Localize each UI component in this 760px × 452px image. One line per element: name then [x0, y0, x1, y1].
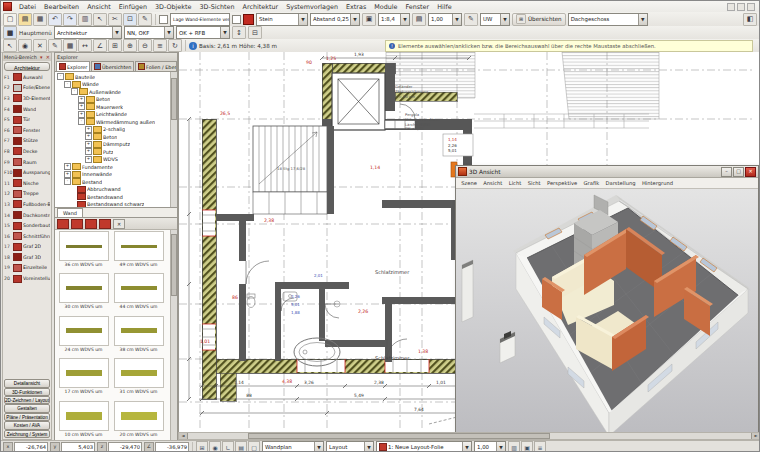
menu-extras[interactable]: Extras	[342, 3, 370, 11]
wall-type-2-icon[interactable]	[71, 219, 83, 229]
open-icon[interactable]: ▤	[18, 13, 32, 26]
palette-item-fenster[interactable]: F6Fenster	[3, 125, 51, 136]
snap-point-icon[interactable]: ◉	[18, 39, 32, 52]
palette-item-wand[interactable]: F4Wand	[3, 104, 51, 115]
bezug-combo[interactable]: OK + RFB▼	[176, 26, 230, 39]
tree-node-mauerwerk[interactable]: +Mauerwerk	[55, 103, 177, 111]
wall-connect-checkbox[interactable]	[159, 15, 168, 24]
palette-button-gestalten[interactable]: Gestalten	[4, 404, 50, 412]
plan-combo[interactable]: Wandplan▼	[262, 441, 324, 452]
palette-item-nische[interactable]: 11Nische	[3, 178, 51, 189]
3d-menu-ansicht[interactable]: Ansicht	[480, 180, 506, 186]
layer-toggle-icon[interactable]: ▤	[235, 441, 247, 452]
grid-icon[interactable]: ⊞	[108, 39, 122, 52]
palette-item-aussparung[interactable]: F10Aussparung	[3, 167, 51, 178]
wall-type-3-icon[interactable]	[85, 219, 97, 229]
palette-item-schnittf-hrung[interactable]: 16Schnittführung	[3, 231, 51, 242]
tree-node-bestandswand[interactable]: Bestandswand	[55, 193, 177, 201]
minimize-icon[interactable]	[727, 3, 735, 11]
menu-module[interactable]: Module	[370, 3, 401, 11]
layer-icon[interactable]: ▣	[362, 13, 376, 26]
chevron-down-icon[interactable]: ▼	[452, 14, 461, 25]
layout-combo[interactable]: Layout▼	[326, 441, 374, 452]
menu-3d-sichten[interactable]: 3D-Sichten	[195, 3, 238, 11]
wall-connect-combo[interactable]: Lage Wand-Elemente verbinden▼	[170, 13, 230, 26]
chevron-down-icon[interactable]: ▼	[112, 27, 121, 38]
architektur-combo[interactable]: Architektur▼	[54, 26, 122, 39]
cut-icon[interactable]: ✂	[108, 13, 122, 26]
3d-menu-perspektive[interactable]: Perspektive	[544, 180, 581, 186]
chevron-down-icon[interactable]: ▼	[164, 27, 173, 38]
folie-combo[interactable]: 1: Neue Layout-Folie▼	[376, 441, 472, 452]
wall-thumb-31-cm-wdvs-um[interactable]: 31 cm WDVS um	[111, 358, 166, 400]
ortho-toggle-icon[interactable]: ∟	[222, 441, 234, 452]
grid-toggle-icon[interactable]: ⊞	[196, 441, 208, 452]
tree-node-bauteile[interactable]: -Bauteile	[55, 73, 177, 81]
palette-item-raum[interactable]: F9Raum	[3, 157, 51, 168]
3d-view-window[interactable]: 3D Ansicht – □ ✕ SzeneAnsichtLichtSichtP…	[455, 165, 759, 435]
chevron-down-icon[interactable]: ▼	[462, 442, 471, 452]
palette-button-kosten-ava[interactable]: Kosten / AVA	[4, 421, 50, 429]
pen-style-icon[interactable]: ✎	[464, 13, 478, 26]
tab-wand[interactable]: Wand	[57, 208, 83, 217]
redo-icon[interactable]: ↷	[63, 13, 77, 26]
menu-datei[interactable]: Datei	[15, 3, 40, 11]
chevron-down-icon[interactable]: ▼	[638, 14, 647, 25]
zoom-out-icon[interactable]: ⊖	[138, 39, 152, 52]
minimize-icon[interactable]: –	[721, 167, 732, 177]
expand-icon[interactable]: +	[78, 96, 85, 103]
chevron-down-icon[interactable]: ▼	[220, 27, 229, 38]
palette-item-graf-3d[interactable]: 18Graf 3D	[3, 252, 51, 263]
palette-item-auswahl[interactable]: F1Auswahl	[3, 72, 51, 83]
print-icon[interactable]: ▥	[508, 441, 520, 452]
chevron-down-icon[interactable]: ▼	[496, 442, 505, 452]
tree-node-bestand[interactable]: -Bestand	[55, 178, 177, 186]
select-arrow-icon[interactable]: ↖	[3, 39, 17, 52]
close-icon[interactable]: ✕	[745, 167, 756, 177]
tree-node-w-rmed-mmung-au-en[interactable]: -Wärmedämmung außen	[55, 118, 177, 126]
chevron-down-icon[interactable]: ▼	[500, 14, 509, 25]
palette-item-3d-elemente[interactable]: F33D-Elemente	[3, 93, 51, 104]
delete-icon[interactable]: ✕	[113, 219, 125, 229]
tree-scrollbar[interactable]	[170, 72, 177, 208]
menu-ansicht[interactable]: Ansicht	[83, 3, 115, 11]
niveau-combo[interactable]: NN, OKF▼	[124, 26, 174, 39]
palette-button-2d-zeichnen-layout[interactable]: 2D-Zeichnen / Layout	[4, 396, 50, 404]
wall-thumb-36-cm-wdvs-um[interactable]: 36 cm WDVS um	[56, 231, 111, 273]
3d-menu-hintergrund[interactable]: Hintergrund	[639, 180, 677, 186]
sheet-icon[interactable]: ▤	[412, 13, 426, 26]
expand-icon[interactable]: +	[78, 103, 85, 110]
wall-thumb-10-cm-wdvs-um[interactable]: 10 cm WDVS um	[56, 401, 111, 443]
palette-item-fu-boden-bel[interactable]: 13Fußboden-Bel.	[3, 199, 51, 210]
tree-node-putz[interactable]: +Putz	[55, 148, 177, 156]
window-layout-icon[interactable]: ◧	[743, 13, 757, 26]
collapse-icon[interactable]: -	[64, 178, 71, 185]
palette-item-folie-ebenen[interactable]: F2Folie/Ebenen	[3, 83, 51, 94]
tree-node-abbruchwand[interactable]: Abbruchwand	[55, 186, 177, 194]
snap-toggle-icon[interactable]: ◉	[209, 441, 221, 452]
wall-thumb-20-cm-wdvs-um[interactable]: 20 cm WDVS um	[111, 401, 166, 443]
tab-uebersichten[interactable]: Übersichten	[91, 61, 134, 71]
abstand-combo[interactable]: Abstand 0,25▼	[310, 13, 360, 26]
scroll-left-icon[interactable]: ◄	[179, 433, 188, 439]
zoom-combo[interactable]: 1,00▼	[474, 441, 506, 452]
angle-icon[interactable]: ∠	[93, 39, 107, 52]
expand-icon[interactable]: +	[85, 141, 92, 148]
expand-icon[interactable]: +	[64, 171, 71, 178]
layers-icon[interactable]: ≡	[153, 39, 167, 52]
tree-node-wdvs[interactable]: +WDVS	[55, 156, 177, 164]
option-checkbox[interactable]	[232, 15, 241, 24]
factor-combo[interactable]: 1,00▼	[428, 13, 462, 26]
collapse-icon[interactable]: -	[78, 118, 85, 125]
pin-icon[interactable]: ▾	[40, 54, 43, 60]
palette-mode-button[interactable]: Architektur	[4, 62, 50, 71]
color-swatch[interactable]	[243, 14, 254, 25]
palette-item-t-r[interactable]: F5Tür	[3, 114, 51, 125]
palette-button-zeichnung-system[interactable]: Zeichnung / System	[4, 430, 50, 438]
measure-icon[interactable]: ↔	[78, 39, 92, 52]
3d-window-titlebar[interactable]: 3D Ansicht – □ ✕	[456, 166, 758, 178]
wall-thumb-38-cm-wdvs-um[interactable]: 38 cm WDVS um	[111, 316, 166, 358]
palette-item-treppe[interactable]: 12Treppe	[3, 189, 51, 200]
save-icon[interactable]: ▦	[33, 13, 47, 26]
wall-thumb-24-cm-wdvs-um[interactable]: 24 cm WDVS um	[56, 316, 111, 358]
